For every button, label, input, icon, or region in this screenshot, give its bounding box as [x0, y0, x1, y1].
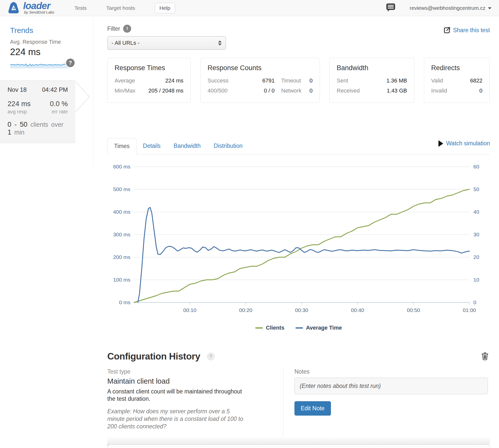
- chart-tabs: Times Details Bandwidth Distribution Wat…: [107, 138, 490, 154]
- run-avg-label: avg resp: [8, 109, 31, 115]
- stat-label: Min/Max: [115, 87, 135, 94]
- svg-text:20: 20: [473, 254, 479, 260]
- share-test-link[interactable]: Share this test: [443, 27, 490, 34]
- stat-label: Valid: [431, 77, 443, 84]
- caret-down-icon: [488, 7, 491, 9]
- svg-text:60: 60: [473, 164, 479, 169]
- stat-label: 400/500: [208, 87, 233, 94]
- svg-text:10: 10: [473, 277, 479, 283]
- stat-value: 1.43 GB: [387, 87, 407, 94]
- avg-response-time-label: Avg. Response Time: [10, 39, 93, 45]
- url-filter-value: - All URLs -: [112, 40, 218, 46]
- average-time-line-swatch: [295, 327, 303, 329]
- url-filter-select[interactable]: - All URLs -: [107, 36, 226, 50]
- svg-text:40: 40: [473, 209, 479, 215]
- stat-label: Success: [208, 77, 233, 84]
- configuration-history-section: Configuration History ? Test type Mainta…: [107, 351, 490, 448]
- legend-label: Clients: [266, 325, 284, 331]
- configuration-help-icon[interactable]: ?: [207, 352, 215, 361]
- svg-text:200 ms: 200 ms: [113, 254, 130, 260]
- nav-item-tests[interactable]: Tests: [74, 5, 87, 11]
- tab-times[interactable]: Times: [107, 138, 136, 154]
- svg-text:0: 0: [473, 299, 476, 305]
- legend-item-clients[interactable]: Clients: [255, 325, 284, 331]
- test-result-main: Filter ! - All URLs - Share this test: [93, 16, 499, 448]
- select-arrows-icon: [218, 40, 222, 46]
- svg-text:30: 30: [473, 232, 479, 237]
- svg-text:400 ms: 400 ms: [113, 209, 130, 215]
- card-title: Bandwidth: [337, 64, 407, 72]
- share-icon: [443, 27, 451, 34]
- svg-text:100 ms: 100 ms: [113, 277, 130, 283]
- stat-label: Received: [337, 87, 360, 94]
- notes-label: Notes: [294, 368, 490, 375]
- stat-value: 0: [304, 87, 313, 94]
- loader-logo[interactable]: L loader by SendGrid Labs: [8, 1, 54, 15]
- edit-note-button[interactable]: Edit Note: [294, 401, 331, 416]
- play-icon: [438, 140, 443, 147]
- run-summary: 0 - 50 clients over 1 min: [8, 121, 68, 136]
- nav-item-target-hosts[interactable]: Target hosts: [106, 5, 135, 11]
- svg-text:50: 50: [473, 186, 479, 192]
- filter-label: Filter: [107, 25, 120, 32]
- tab-distribution[interactable]: Distribution: [207, 138, 249, 154]
- card-response-times: Response Times Average 224 ms Min/Max 20…: [107, 58, 191, 103]
- logo-subtitle: by SendGrid Labs: [24, 10, 54, 14]
- watch-simulation-link[interactable]: Watch simulation: [438, 140, 490, 147]
- test-type-value: Maintain client load: [107, 377, 283, 385]
- configuration-history-title: Configuration History: [107, 351, 200, 362]
- stat-value: 6822: [470, 77, 482, 84]
- trends-sidebar: Trends Avg. Response Time 224 ms ? Nov 1…: [0, 16, 93, 167]
- svg-text:0 ms: 0 ms: [119, 299, 130, 305]
- stat-label: Average: [115, 77, 135, 84]
- help-button[interactable]: Help: [155, 3, 175, 13]
- stat-label: Network: [275, 87, 304, 94]
- chart-legend: Clients Average Time: [107, 325, 490, 331]
- svg-text:01:00: 01:00: [463, 307, 476, 313]
- avg-response-time-value: 224 ms: [10, 47, 93, 57]
- svg-text:600 ms: 600 ms: [113, 164, 130, 169]
- legend-item-average-time[interactable]: Average Time: [295, 325, 342, 331]
- run-err-value: 0.0 %: [50, 100, 68, 108]
- stat-value: 6791: [233, 77, 275, 84]
- delete-run-button[interactable]: [481, 351, 489, 362]
- svg-text:00:30: 00:30: [295, 307, 308, 313]
- tab-bandwidth[interactable]: Bandwidth: [167, 138, 207, 154]
- filter-info-icon[interactable]: !: [123, 25, 131, 33]
- svg-text:300 ms: 300 ms: [113, 232, 130, 237]
- run-err-label: err rate: [50, 109, 68, 115]
- stat-value: 0: [304, 77, 313, 84]
- loader-weight-icon: L: [8, 1, 20, 15]
- account-menu[interactable]: reviews@webhostingcentrum.cz: [410, 5, 491, 11]
- test-type-label: Test type: [107, 368, 283, 375]
- stat-value: 1.36 MB: [386, 77, 407, 84]
- svg-text:L: L: [13, 6, 15, 10]
- stat-value: 0 / 0: [233, 87, 275, 94]
- card-title: Response Counts: [208, 64, 313, 72]
- card-bandwidth: Bandwidth Sent 1.36 MB Received 1.43 GB: [329, 58, 414, 103]
- test-type-description: A constant client count will be maintain…: [107, 388, 243, 402]
- run-avg-value: 224 ms: [8, 100, 31, 108]
- svg-text:00:10: 00:10: [183, 307, 196, 313]
- stat-value: 205 / 2048 ms: [148, 87, 183, 94]
- chat-feedback-icon[interactable]: [386, 3, 396, 13]
- selected-test-run[interactable]: Nov 18 04:42 PM 224 ms avg resp 0.0 % er…: [0, 80, 75, 143]
- svg-text:00:40: 00:40: [351, 307, 364, 313]
- run-date: Nov 18: [8, 86, 27, 93]
- trends-help-icon[interactable]: ?: [65, 58, 75, 68]
- card-redirects: Redirects Valid 6822 Invalid 0: [424, 58, 490, 103]
- run-time: 04:42 PM: [42, 86, 68, 93]
- times-chart: 0 ms100 ms200 ms300 ms400 ms500 ms600 ms…: [107, 158, 490, 331]
- notes-input[interactable]: [294, 378, 488, 394]
- summary-cards: Response Times Average 224 ms Min/Max 20…: [107, 58, 490, 103]
- svg-text:500 ms: 500 ms: [113, 186, 130, 192]
- trend-sparkline[interactable]: ?: [10, 60, 70, 69]
- trash-icon: [481, 351, 489, 361]
- stat-label: Invalid: [431, 87, 447, 94]
- card-response-counts: Response Counts Success 6791 Timeout 0 4…: [200, 58, 320, 103]
- logo-title: loader: [23, 2, 54, 10]
- svg-text:00:50: 00:50: [407, 307, 420, 313]
- trends-title: Trends: [10, 26, 93, 35]
- tab-details[interactable]: Details: [136, 138, 167, 154]
- selected-run-pointer-icon: [75, 81, 91, 113]
